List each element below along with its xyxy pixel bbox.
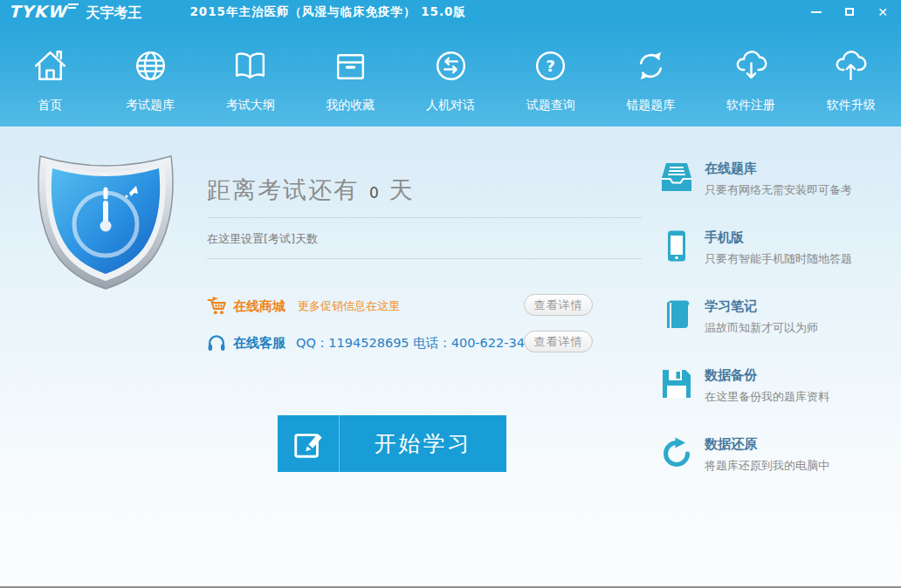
nav-label: 首页 [38,98,62,113]
refresh-icon [630,45,671,86]
sidebar-item-subtitle: 只要有智能手机随时随地答题 [705,251,852,267]
svg-text:?: ? [546,57,555,75]
cloud-download-icon [731,45,772,86]
archive-box-icon [330,45,371,86]
floppy-disk-icon [659,366,694,401]
sidebar-item-title: 学习笔记 [705,298,818,315]
customer-service-row: 在线客服 QQ：1194528695 电话：400-622-3466 查看详情 [207,332,642,354]
nav-item-favorites[interactable]: 我的收藏 [300,24,401,126]
service-detail-button[interactable]: 查看详情 [524,331,593,352]
inbox-tray-icon [659,160,694,195]
window-title: 2015年主治医师（风湿与临床免疫学） 15.0版 [189,4,466,20]
open-book-icon [230,45,271,86]
shield-clock-logo [28,144,183,292]
sidebar-item-title: 数据还原 [705,436,829,453]
online-mall-label: 在线商城 [233,298,285,315]
nav-label: 我的收藏 [326,98,375,113]
question-circle-icon: ? [530,45,571,86]
logo-bars-icon [68,3,79,10]
countdown-setup-hint[interactable]: 在这里设置[考试]天数 [207,231,642,247]
sidebar-item-mobile[interactable]: 手机版 只要有智能手机随时随地答题 [659,229,891,267]
nav-item-exam-outline[interactable]: 考试大纲 [200,24,300,126]
service-contact-text: QQ：1194528695 电话：400-622-3466 [296,335,540,352]
nav-label: 软件升级 [827,98,876,113]
shopping-cart-icon [207,297,230,316]
sidebar-item-text: 在线题库 只要有网络无需安装即可备考 [705,160,852,198]
app-window: TYKW 天宇考王 2015年主治医师（风湿与临床免疫学） 15.0版 ✕ 首页… [0,0,901,588]
window-controls: ✕ [810,6,889,18]
sidebar-item-title: 数据备份 [705,367,829,384]
feature-sidebar: 在线题库 只要有网络无需安装即可备考 手机版 只要有智能手机随时随地答题 [659,160,891,504]
smartphone-icon [659,229,694,263]
app-logo: TYKW 天宇考王 [9,2,141,23]
globe-icon [130,45,171,86]
countdown-prefix: 距离考试还有 [207,176,359,203]
countdown-days: 0 [369,184,379,202]
nav-label: 人机对话 [426,98,475,113]
start-study-button[interactable]: 开始学习 [278,415,506,472]
sidebar-item-subtitle: 只要有网络无需安装即可备考 [705,182,852,198]
minimize-button[interactable] [810,6,822,18]
sidebar-item-title: 在线题库 [705,161,852,177]
sidebar-item-text: 学习笔记 温故而知新才可以为师 [705,297,818,336]
maximize-button[interactable] [843,6,856,18]
mall-detail-button[interactable]: 查看详情 [524,294,593,316]
nav-label: 错题题库 [626,98,675,113]
nav-label: 软件注册 [726,98,775,113]
nav-item-exam-bank[interactable]: 考试题库 [100,24,201,126]
sidebar-item-restore[interactable]: 数据还原 将题库还原到我的电脑中 [659,435,891,474]
online-mall-row: 在线商城 更多促销信息在这里 查看详情 [207,295,642,318]
sidebar-item-subtitle: 将题库还原到我的电脑中 [705,458,829,474]
nav-item-dialogue[interactable]: 人机对话 [401,24,501,126]
main-nav: 首页 考试题库 考试大纲 我的收藏 [0,24,901,126]
divider [207,217,642,218]
content-area: 距离考试还有0天 在这里设置[考试]天数 在线商城 更多促销信息在这里 查看详情 [0,126,901,588]
nav-item-upgrade[interactable]: 软件升级 [801,24,901,126]
notebook-icon [659,297,694,332]
home-icon [30,45,71,86]
nav-item-registration[interactable]: 软件注册 [701,24,801,126]
nav-item-home[interactable]: 首页 [0,24,100,126]
sidebar-item-text: 数据还原 将题库还原到我的电脑中 [705,435,829,474]
sidebar-item-backup[interactable]: 数据备份 在这里备份我的题库资料 [659,366,891,405]
countdown-suffix: 天 [389,176,415,203]
restore-arrow-icon [659,435,694,470]
nav-item-wrong-questions[interactable]: 错题题库 [601,24,701,126]
customer-service-label: 在线客服 [233,335,285,352]
sidebar-item-subtitle: 在这里备份我的题库资料 [705,389,829,405]
close-button[interactable]: ✕ [877,6,889,18]
exam-countdown: 距离考试还有0天 [207,174,642,206]
logo-text: TYKW [9,2,66,21]
cloud-upload-icon [830,45,871,86]
nav-label: 考试大纲 [226,98,275,113]
nav-label: 考试题库 [126,98,175,113]
sidebar-item-title: 手机版 [705,229,852,246]
nav-label: 试题查询 [526,98,575,113]
sidebar-item-subtitle: 温故而知新才可以为师 [705,320,818,336]
logo-cn-text: 天宇考王 [86,4,141,23]
sidebar-item-text: 手机版 只要有智能手机随时随地答题 [705,229,852,267]
pencil-square-icon [278,415,340,472]
start-study-label: 开始学习 [340,429,506,458]
exchange-icon [430,45,471,86]
main-panel: 距离考试还有0天 在这里设置[考试]天数 在线商城 更多促销信息在这里 查看详情 [207,174,642,354]
nav-item-question-query[interactable]: ? 试题查询 [500,24,601,126]
sidebar-item-text: 数据备份 在这里备份我的题库资料 [705,366,829,405]
mall-promo-text[interactable]: 更多促销信息在这里 [298,298,400,314]
sidebar-item-online-bank[interactable]: 在线题库 只要有网络无需安装即可备考 [659,160,891,198]
titlebar: TYKW 天宇考王 2015年主治医师（风湿与临床免疫学） 15.0版 ✕ [0,0,901,24]
divider [207,258,642,259]
headset-icon [207,333,230,352]
sidebar-item-notes[interactable]: 学习笔记 温故而知新才可以为师 [659,297,891,336]
